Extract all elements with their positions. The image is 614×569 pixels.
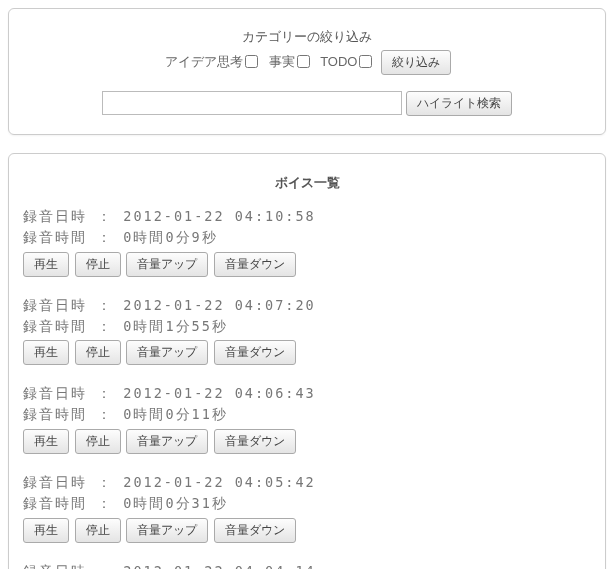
meta-sep: ： [97, 385, 113, 401]
play-button[interactable]: 再生 [23, 252, 69, 277]
meta-label-duration: 録音時間 [23, 318, 87, 334]
voice-controls: 再生 停止 音量アップ 音量ダウン [23, 252, 591, 277]
stop-button[interactable]: 停止 [75, 340, 121, 365]
meta-label-datetime: 録音日時 [23, 208, 87, 224]
meta-value-duration: 0時間1分55秒 [123, 318, 228, 334]
meta-sep: ： [97, 208, 113, 224]
meta-value-duration: 0時間0分31秒 [123, 495, 228, 511]
category-option[interactable]: アイデア思考 [165, 54, 261, 69]
voice-item: 録音日時 ： 2012-01-22 04:06:43録音時間 ： 0時間0分11… [23, 383, 591, 454]
meta-label-datetime: 録音日時 [23, 385, 87, 401]
volume-up-button[interactable]: 音量アップ [126, 340, 208, 365]
meta-sep: ： [97, 229, 113, 245]
category-label: TODO [320, 54, 357, 69]
category-label: アイデア思考 [165, 54, 243, 69]
voice-controls: 再生 停止 音量アップ 音量ダウン [23, 518, 591, 543]
search-input[interactable] [102, 91, 402, 115]
meta-sep: ： [97, 474, 113, 490]
filter-panel: カテゴリーの絞り込み アイデア思考 事実 TODO 絞り込み ハイライト検索 [8, 8, 606, 135]
voice-meta: 録音日時 ： 2012-01-22 04:05:42録音時間 ： 0時間0分31… [23, 472, 591, 514]
meta-sep: ： [97, 297, 113, 313]
filter-submit-button[interactable]: 絞り込み [381, 50, 451, 75]
meta-sep: ： [97, 406, 113, 422]
volume-down-button[interactable]: 音量ダウン [214, 340, 296, 365]
category-option[interactable]: 事実 [269, 54, 313, 69]
meta-value-duration: 0時間0分9秒 [123, 229, 217, 245]
volume-down-button[interactable]: 音量ダウン [214, 429, 296, 454]
search-row: ハイライト検索 [23, 91, 591, 116]
filter-title: カテゴリーの絞り込み [23, 25, 591, 50]
meta-label-duration: 録音時間 [23, 229, 87, 245]
stop-button[interactable]: 停止 [75, 429, 121, 454]
meta-label-duration: 録音時間 [23, 406, 87, 422]
volume-up-button[interactable]: 音量アップ [126, 518, 208, 543]
filter-controls: カテゴリーの絞り込み アイデア思考 事実 TODO 絞り込み [23, 25, 591, 75]
category-row: アイデア思考 事実 TODO 絞り込み [23, 50, 591, 75]
category-option[interactable]: TODO [320, 54, 375, 69]
meta-sep: ： [97, 563, 113, 569]
play-button[interactable]: 再生 [23, 429, 69, 454]
voice-item: 録音日時 ： 2012-01-22 04:05:42録音時間 ： 0時間0分31… [23, 472, 591, 543]
meta-sep: ： [97, 318, 113, 334]
voice-list-title: ボイス一覧 [23, 174, 591, 192]
meta-value-datetime: 2012-01-22 04:06:43 [123, 385, 315, 401]
meta-value-duration: 0時間0分11秒 [123, 406, 228, 422]
voice-item: 録音日時 ： 2012-01-22 04:07:20録音時間 ： 0時間1分55… [23, 295, 591, 366]
category-label: 事実 [269, 54, 295, 69]
meta-label-datetime: 録音日時 [23, 297, 87, 313]
volume-down-button[interactable]: 音量ダウン [214, 252, 296, 277]
meta-label-datetime: 録音日時 [23, 563, 87, 569]
play-button[interactable]: 再生 [23, 518, 69, 543]
voice-meta: 録音日時 ： 2012-01-22 04:06:43録音時間 ： 0時間0分11… [23, 383, 591, 425]
meta-label-datetime: 録音日時 [23, 474, 87, 490]
meta-value-datetime: 2012-01-22 04:10:58 [123, 208, 315, 224]
meta-sep: ： [97, 495, 113, 511]
voice-controls: 再生 停止 音量アップ 音量ダウン [23, 340, 591, 365]
volume-up-button[interactable]: 音量アップ [126, 252, 208, 277]
highlight-search-button[interactable]: ハイライト検索 [406, 91, 512, 116]
category-checkbox[interactable] [359, 55, 372, 68]
voice-item: 録音日時 ： 2012-01-22 04:04:14録音時間 ： 0時間0分9秒… [23, 561, 591, 569]
meta-value-datetime: 2012-01-22 04:05:42 [123, 474, 315, 490]
voice-meta: 録音日時 ： 2012-01-22 04:10:58録音時間 ： 0時間0分9秒 [23, 206, 591, 248]
voice-controls: 再生 停止 音量アップ 音量ダウン [23, 429, 591, 454]
stop-button[interactable]: 停止 [75, 252, 121, 277]
voice-meta: 録音日時 ： 2012-01-22 04:07:20録音時間 ： 0時間1分55… [23, 295, 591, 337]
meta-value-datetime: 2012-01-22 04:07:20 [123, 297, 315, 313]
category-checkbox[interactable] [245, 55, 258, 68]
voice-meta: 録音日時 ： 2012-01-22 04:04:14録音時間 ： 0時間0分9秒 [23, 561, 591, 569]
meta-value-datetime: 2012-01-22 04:04:14 [123, 563, 315, 569]
voice-list-panel: ボイス一覧 録音日時 ： 2012-01-22 04:10:58録音時間 ： 0… [8, 153, 606, 569]
volume-down-button[interactable]: 音量ダウン [214, 518, 296, 543]
category-checkbox[interactable] [297, 55, 310, 68]
meta-label-duration: 録音時間 [23, 495, 87, 511]
voice-item: 録音日時 ： 2012-01-22 04:10:58録音時間 ： 0時間0分9秒… [23, 206, 591, 277]
volume-up-button[interactable]: 音量アップ [126, 429, 208, 454]
play-button[interactable]: 再生 [23, 340, 69, 365]
stop-button[interactable]: 停止 [75, 518, 121, 543]
